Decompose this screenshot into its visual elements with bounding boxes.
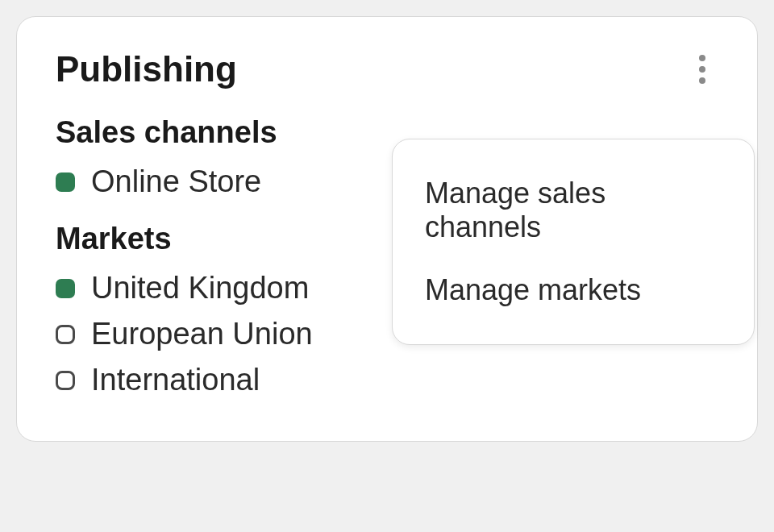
manage-markets-option[interactable]: Manage markets [393,259,754,322]
more-vertical-icon [699,55,705,84]
card-title: Publishing [56,49,237,89]
market-label: European Union [91,317,313,351]
options-popover: Manage sales channels Manage markets [392,139,755,345]
market-label: United Kingdom [91,271,309,305]
market-label: International [91,363,260,397]
status-indicator-icon [56,279,75,298]
manage-sales-channels-option[interactable]: Manage sales channels [393,162,754,259]
publishing-card: Publishing Sales channels Online Store M… [16,16,758,442]
status-indicator-icon [56,371,75,390]
market-item: International [56,363,718,397]
status-indicator-icon [56,325,75,344]
status-indicator-icon [56,172,75,192]
channel-label: Online Store [91,164,261,199]
more-options-button[interactable] [686,53,718,85]
card-header: Publishing [56,49,718,89]
